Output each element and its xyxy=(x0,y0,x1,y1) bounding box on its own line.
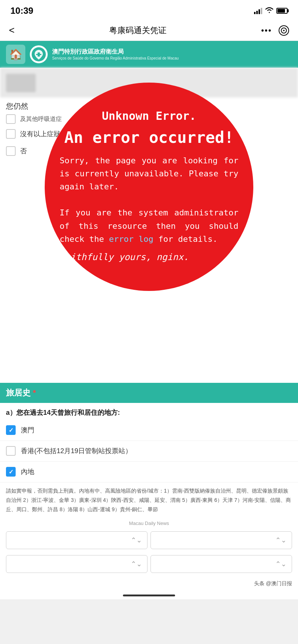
dropdown-row-1: ⌃⌄ ⌃⌄ xyxy=(0,528,298,552)
wifi-icon xyxy=(265,7,273,15)
content-area: 您仍然 及其他呼吸道症 沒有以上症狀 否 Unknown Error. An e… xyxy=(0,68,298,592)
header-banner: 🏠 澳門特別行政區政府衛生局 Serviços de Saúde do Gove… xyxy=(0,41,298,68)
dropdown-4[interactable]: ⌃⌄ xyxy=(150,555,292,573)
status-time: 10:39 xyxy=(10,6,33,16)
status-bar: 10:39 xyxy=(0,0,298,20)
dropdown-2[interactable]: ⌃⌄ xyxy=(150,531,292,549)
nav-bar: < 粤康码通关凭证 ••• xyxy=(0,20,298,41)
checkbox-mainland-row: 內地 xyxy=(0,462,298,483)
checkbox-hk[interactable] xyxy=(6,446,16,456)
error-overlay: Unknown Error. An error occurred! Sorry,… xyxy=(45,83,253,291)
checkbox-macao-label: 澳門 xyxy=(21,425,34,435)
home-icon: 🏠 xyxy=(9,48,22,61)
bottom-attribution: 头条 @澳门日报 xyxy=(0,576,298,592)
back-button[interactable]: < xyxy=(9,25,15,36)
error-heading: An error occurred! xyxy=(60,128,238,147)
svg-point-1 xyxy=(283,30,285,31)
checkbox-macao-row: 澳門 xyxy=(0,420,298,441)
nav-actions: ••• xyxy=(261,25,289,36)
error-title: Unknown Error. xyxy=(60,109,238,122)
error-body: Sorry, the page you are looking for is c… xyxy=(60,154,238,265)
home-bar xyxy=(123,595,175,596)
more-options-icon[interactable]: ••• xyxy=(261,26,272,35)
header-cn-title: 澳門特別行政區政府衛生局 xyxy=(52,48,292,56)
travel-section: 旅居史 * a）您在過去14天曾旅行和居住的地方: 澳門 香港(不包括12月19… xyxy=(0,383,298,592)
home-icon-box[interactable]: 🏠 xyxy=(6,45,25,64)
dropdown-arrow-3: ⌃⌄ xyxy=(131,560,142,568)
checkbox-hk-label: 香港(不包括12月19日管制站投票站） xyxy=(21,446,132,456)
travel-question: a）您在過去14天曾旅行和居住的地方: xyxy=(0,403,298,420)
home-indicator xyxy=(0,592,298,599)
battery-icon xyxy=(276,8,288,14)
required-star: * xyxy=(33,388,36,398)
error-log-link[interactable]: error log xyxy=(109,234,153,244)
error-signature: Faithfully yours, nginx. xyxy=(60,250,238,264)
health-logo xyxy=(30,45,48,63)
error-circle: Unknown Error. An error occurred! Sorry,… xyxy=(45,83,253,291)
dropdown-arrow-2: ⌃⌄ xyxy=(275,536,286,544)
inner-note: 請如實申報，否則需負上刑責。內地有中、高風險地區的省份/城市：1）雲南-西雙版納… xyxy=(0,483,298,518)
checkbox-symptom[interactable] xyxy=(6,114,16,124)
checkbox-yes[interactable] xyxy=(6,146,16,156)
nav-title: 粤康码通关凭证 xyxy=(109,25,167,36)
header-pt-title: Serviços de Saúde do Governo da Região A… xyxy=(52,56,292,61)
checkbox-hk-row: 香港(不包括12月19日管制站投票站） xyxy=(0,441,298,462)
watermark: Macau Daily News xyxy=(0,518,298,528)
dropdown-arrow-4: ⌃⌄ xyxy=(275,560,286,568)
status-icons xyxy=(254,7,288,15)
signal-icon xyxy=(254,7,262,14)
scan-icon[interactable] xyxy=(279,25,289,36)
header-text: 澳門特別行政區政府衛生局 Serviços de Saúde do Govern… xyxy=(52,48,292,61)
travel-section-header: 旅居史 * xyxy=(0,383,298,403)
dropdown-arrow-1: ⌃⌄ xyxy=(131,536,142,544)
checkbox-mainland[interactable] xyxy=(6,467,16,477)
dropdown-row-2: ⌃⌄ ⌃⌄ xyxy=(0,552,298,576)
checkbox-macao[interactable] xyxy=(6,425,16,435)
dropdown-3[interactable]: ⌃⌄ xyxy=(6,555,148,573)
checkbox-no-symptom[interactable] xyxy=(6,129,16,139)
dropdown-1[interactable]: ⌃⌄ xyxy=(6,531,148,549)
checkbox-mainland-label: 內地 xyxy=(21,467,34,477)
